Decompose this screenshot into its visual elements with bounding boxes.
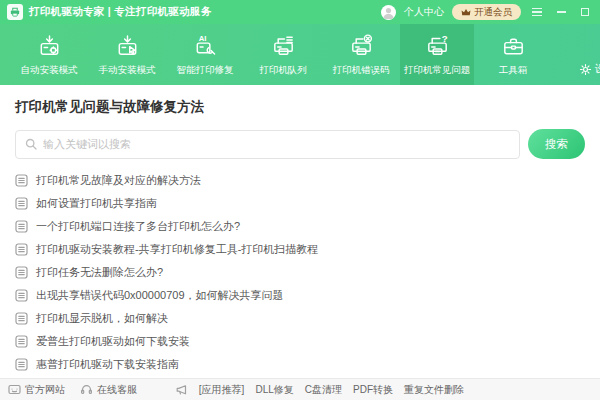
hamburger-icon xyxy=(532,8,542,16)
document-icon xyxy=(15,335,28,348)
nav-item-auto-install[interactable]: 自动安装模式 xyxy=(10,24,88,85)
document-icon xyxy=(15,220,28,233)
main-nav: 自动安装模式 手动安装模式 AI 智能打印修复 打印机队列 xyxy=(0,24,600,85)
crown-icon xyxy=(461,8,471,17)
faq-item[interactable]: 打印机显示脱机，如何解决 xyxy=(15,307,585,330)
document-icon xyxy=(15,243,28,256)
search-box xyxy=(15,130,520,159)
smart-repair-icon: AI xyxy=(192,33,219,60)
manual-install-icon xyxy=(114,33,141,60)
megaphone-icon xyxy=(175,383,188,396)
faq-item[interactable]: 打印机驱动安装教程-共享打印机修复工具-打印机扫描教程 xyxy=(15,238,585,261)
gear-icon xyxy=(579,63,592,76)
avatar[interactable] xyxy=(381,5,396,20)
faq-item[interactable]: 打印任务无法删除怎么办? xyxy=(15,261,585,284)
printer-queue-icon xyxy=(270,33,297,60)
svg-text:AI: AI xyxy=(198,34,206,43)
status-bar: 官方网站 在线客服 [应用推荐] DLL修复 C盘清理 PDF转换 重复文件删除 xyxy=(0,378,600,400)
duplicate-file-delete-link[interactable]: 重复文件删除 xyxy=(404,383,464,397)
maximize-button[interactable] xyxy=(577,4,593,20)
nav-item-smart-repair[interactable]: AI 智能打印修复 xyxy=(166,24,244,85)
faq-item[interactable]: 一个打印机端口连接了多台打印机怎么办? xyxy=(15,215,585,238)
faq-item[interactable]: 如何设置打印机共享指南 xyxy=(15,192,585,215)
menu-button[interactable] xyxy=(529,4,545,20)
search-row: 搜索 xyxy=(15,129,585,159)
toolbox-icon xyxy=(500,33,527,60)
faq-list: 打印机常见故障及对应的解决方法 如何设置打印机共享指南 一个打印机端口连接了多台… xyxy=(15,169,585,376)
minimize-button[interactable] xyxy=(553,4,569,20)
faq-item[interactable]: 出现共享错误代码0x00000709，如何解决共享问题 xyxy=(15,284,585,307)
c-drive-clean-link[interactable]: C盘清理 xyxy=(305,383,342,397)
maximize-icon xyxy=(581,8,589,16)
app-title: 打印机驱动专家 | 专注打印机驱动服务 xyxy=(29,5,211,19)
search-input[interactable] xyxy=(43,138,510,150)
document-icon xyxy=(15,358,28,371)
search-button[interactable]: 搜索 xyxy=(528,129,585,159)
document-icon xyxy=(15,312,28,325)
nav-item-printer-error-codes[interactable]: 打印机错误码 xyxy=(322,24,400,85)
official-website-link[interactable]: 官方网站 xyxy=(8,383,65,397)
online-support-link[interactable]: 在线客服 xyxy=(80,383,137,397)
nav-item-toolbox[interactable]: 工具箱 xyxy=(474,24,552,85)
nav-item-manual-install[interactable]: 手动安装模式 xyxy=(88,24,166,85)
user-center-link[interactable]: 个人中心 xyxy=(404,5,444,19)
titlebar: 打印机驱动专家 | 专注打印机驱动服务 个人中心 开通会员 xyxy=(0,0,600,24)
document-icon xyxy=(15,289,28,302)
document-icon xyxy=(15,266,28,279)
dll-repair-link[interactable]: DLL修复 xyxy=(255,383,293,397)
document-icon xyxy=(15,174,28,187)
nav-item-settings[interactable]: 设置 xyxy=(579,62,600,76)
pdf-convert-link[interactable]: PDF转换 xyxy=(353,383,393,397)
app-logo-printer-icon xyxy=(7,4,23,20)
document-icon xyxy=(15,197,28,210)
open-vip-button[interactable]: 开通会员 xyxy=(452,4,521,20)
faq-page: 打印机常见问题与故障修复方法 搜索 打印机常见故障及对应的解决方法 如何设置打印… xyxy=(0,85,600,378)
page-title: 打印机常见问题与故障修复方法 xyxy=(15,98,585,116)
faq-item[interactable]: 爱普生打印机驱动如何下载安装 xyxy=(15,330,585,353)
minimize-icon xyxy=(557,11,566,12)
app-recommend-link[interactable]: [应用推荐] xyxy=(199,383,245,397)
auto-install-icon xyxy=(36,33,63,60)
printer-error-icon xyxy=(348,33,375,60)
headset-icon xyxy=(80,383,93,396)
website-icon xyxy=(8,383,21,396)
faq-item[interactable]: 打印机常见故障及对应的解决方法 xyxy=(15,169,585,192)
nav-item-printer-queue[interactable]: 打印机队列 xyxy=(244,24,322,85)
printer-faq-icon: ? xyxy=(424,33,451,60)
nav-item-printer-faq[interactable]: ? 打印机常见问题 xyxy=(400,24,474,85)
faq-item[interactable]: 惠普打印机驱动下载安装指南 xyxy=(15,353,585,376)
search-icon xyxy=(25,138,37,150)
